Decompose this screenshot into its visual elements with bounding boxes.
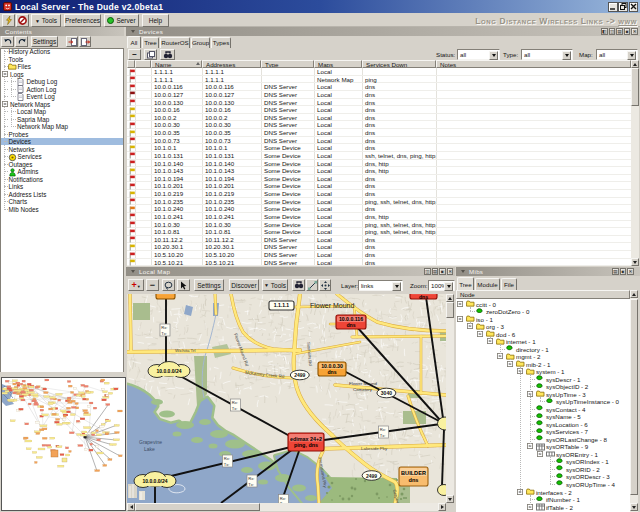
svg-text:Rx:: Rx: — [248, 476, 254, 481]
svg-text:Tx:: Tx: — [232, 406, 238, 411]
svg-text:edimax 24+2: edimax 24+2 — [290, 436, 322, 442]
svg-text:2499: 2499 — [366, 473, 377, 479]
svg-text:Tx:: Tx: — [224, 462, 230, 467]
svg-text:3040: 3040 — [381, 390, 392, 396]
svg-text:2499: 2499 — [294, 372, 305, 378]
svg-text:Rx:: Rx: — [380, 427, 386, 432]
svg-text:Tx:: Tx: — [248, 482, 254, 487]
svg-text:Cemetery: Cemetery — [353, 387, 373, 392]
svg-text:Lake: Lake — [144, 446, 155, 452]
svg-text:BUILDER: BUILDER — [401, 470, 426, 476]
svg-text:dns: dns — [409, 477, 419, 483]
svg-text:Wichita Trl: Wichita Trl — [175, 348, 196, 353]
svg-text:Rx:: Rx: — [232, 400, 238, 405]
svg-text:dns: dns — [346, 322, 355, 328]
svg-text:10.0.0.0/24: 10.0.0.0/24 — [142, 478, 167, 484]
svg-text:Grapevine: Grapevine — [139, 439, 162, 445]
svg-text:10.0.0.0/24: 10.0.0.0/24 — [156, 368, 181, 374]
svg-text:Lakeside Pky: Lakeside Pky — [361, 446, 388, 451]
svg-text:Tx:: Tx: — [380, 433, 386, 438]
svg-text:ping, dns: ping, dns — [294, 442, 318, 448]
svg-text:Tx:: Tx: — [161, 331, 167, 336]
svg-text:dns: dns — [419, 294, 428, 300]
svg-text:1.1.1.1: 1.1.1.1 — [274, 302, 290, 308]
svg-text:Rx:: Rx: — [224, 456, 230, 461]
svg-text:Flower Mound: Flower Mound — [310, 302, 354, 309]
svg-text:Rx:: Rx: — [280, 496, 286, 501]
svg-text:dns: dns — [327, 369, 336, 375]
svg-text:Rx:: Rx: — [161, 325, 167, 330]
